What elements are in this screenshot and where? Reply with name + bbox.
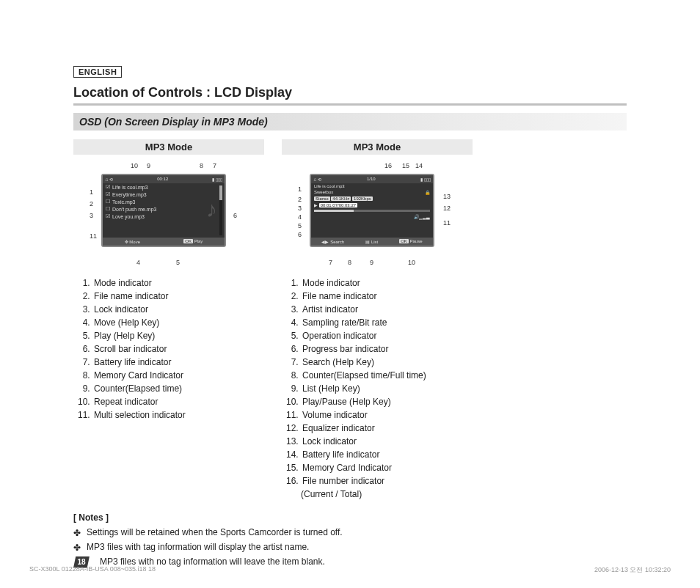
battery-icon: ▮ ▯▯▯ — [420, 177, 431, 182]
time-counter: 00:01:07/00:03:27 — [319, 203, 357, 207]
right-column: MP3 Mode 1 2 3 4 5 6 16 15 14 13 12 11 7… — [282, 139, 473, 501]
footer: SC-X300L 01228A-IB-USA 008~035.i18 18 20… — [29, 565, 671, 575]
right-item: Battery life indicator — [301, 448, 473, 461]
bitrate-chip: 192Kbps — [352, 196, 373, 201]
right-item: Volume indicator — [301, 408, 473, 422]
left-item: Battery life indicator — [92, 356, 264, 369]
file-number: 1/10 — [367, 177, 376, 182]
right-callout-2: 2 — [298, 196, 302, 203]
help-list: ▤ List — [365, 239, 378, 244]
note-text: MP3 files with tag information will disp… — [87, 542, 309, 552]
right-item: Operation indicator — [301, 329, 473, 342]
left-item: Mode indicator — [92, 276, 264, 290]
left-callout-6: 6 — [233, 212, 237, 219]
left-column: MP3 Mode 1 2 3 11 10 9 8 7 6 4 5 ♫ ⟲ 00:… — [73, 139, 264, 422]
footer-left: SC-X300L 01228A-IB-USA 008~035.i18 18 — [29, 565, 156, 575]
right-item: List (Help Key) — [301, 382, 473, 395]
stereo-chip: Stereo — [314, 196, 330, 201]
left-item: Repeat indicator — [92, 395, 264, 408]
right-item: Search (Help Key) — [301, 356, 473, 369]
progress-fill — [314, 210, 354, 212]
right-callout-9: 9 — [370, 259, 373, 266]
right-item: Play/Pause (Help Key) — [301, 395, 473, 408]
right-callout-10: 10 — [408, 259, 415, 266]
check-icon: ☐ — [106, 199, 110, 205]
right-callout-11: 11 — [443, 219, 451, 227]
right-callout-15: 15 — [402, 162, 409, 169]
rate-chip: 44.1KHz — [331, 196, 351, 201]
left-callout-5: 5 — [176, 259, 180, 266]
left-item: Scroll bar indicator — [92, 342, 264, 356]
left-callout-8: 8 — [200, 162, 203, 169]
page-title: Location of Controls : LCD Display — [73, 85, 627, 100]
left-item: Move (Help Key) — [92, 316, 264, 329]
right-callout-6: 6 — [298, 231, 302, 238]
right-item: File number indicator — [301, 474, 473, 488]
help-pause: OK Pause — [399, 239, 422, 244]
battery-icon: ▮ ▯▯▯ — [212, 177, 222, 182]
left-item: File name indicator — [92, 290, 264, 303]
right-item: Mode indicator — [301, 276, 473, 290]
check-icon: ☑ — [106, 191, 110, 197]
right-desc-list: Mode indicator File name indicator Artis… — [282, 276, 473, 488]
right-callout-16: 16 — [384, 162, 392, 169]
artist: Sweetbox — [314, 190, 333, 195]
file-row: Love you.mp3 — [112, 214, 145, 219]
help-play: OK Play — [183, 239, 203, 244]
left-item: Lock indicator — [92, 303, 264, 316]
left-callout-2: 2 — [90, 200, 93, 207]
right-item: Counter(Elapsed time/Full time) — [301, 369, 473, 382]
right-item: Artist indicator — [301, 303, 473, 316]
right-item16-sub: (Current / Total) — [282, 488, 473, 501]
left-callout-9: 9 — [147, 162, 150, 169]
left-callout-4: 4 — [136, 259, 140, 266]
right-callout-1: 1 — [298, 185, 302, 193]
left-device-wrapper: 1 2 3 11 10 9 8 7 6 4 5 ♫ ⟲ 00:12 ▮ ▯▯▯ … — [73, 159, 264, 269]
left-callout-10: 10 — [131, 162, 138, 169]
left-item: Multi selection indicator — [92, 408, 264, 422]
check-icon: ☑ — [106, 184, 110, 190]
left-callout-1: 1 — [90, 188, 93, 196]
help-search: ◀▶ Search — [321, 239, 344, 244]
check-icon: ☑ — [106, 213, 110, 219]
file-name: Life is cool.mp3 — [311, 183, 433, 189]
scrollbar-thumb — [219, 185, 222, 200]
right-lcd-device: ♫ ⟲ 1/10 ▮ ▯▯▯ Life is cool.mp3 Sweetbox… — [310, 174, 434, 247]
right-callout-8: 8 — [348, 259, 351, 266]
right-callout-3: 3 — [298, 205, 302, 212]
bullet-icon: ✤ — [73, 542, 81, 554]
left-lcd-device: ♫ ⟲ 00:12 ▮ ▯▯▯ ♪ ☑Life is cool.mp3 ☑Eve… — [101, 174, 226, 247]
file-row: Everytime.mp3 — [112, 192, 147, 197]
right-callout-13: 13 — [443, 193, 451, 200]
note-text: Settings will be retained when the Sport… — [87, 527, 343, 537]
left-desc-list: Mode indicator File name indicator Lock … — [73, 276, 264, 422]
right-item: File name indicator — [301, 290, 473, 303]
right-callout-4: 4 — [298, 213, 302, 221]
right-item: Lock indicator — [301, 435, 473, 448]
volume-icon: 🔊▁▂▃ — [311, 213, 433, 220]
left-callout-11: 11 — [90, 232, 97, 240]
notes-section: [ Notes ] ✤ Settings will be retained wh… — [73, 512, 627, 568]
left-mode-heading: MP3 Mode — [73, 139, 264, 155]
right-callout-14: 14 — [415, 162, 423, 169]
left-item: Memory Card Indicator — [92, 369, 264, 382]
file-row: Toxic.mp3 — [112, 199, 136, 205]
file-row: Life is cool.mp3 — [112, 185, 148, 190]
title-underline — [73, 103, 627, 106]
counter: 00:12 — [157, 177, 168, 182]
footer-right: 2006-12-13 오전 10:32:20 — [594, 565, 671, 575]
right-item: Memory Card Indicator — [301, 461, 473, 474]
left-item: Play (Help Key) — [92, 329, 264, 342]
right-mode-heading: MP3 Mode — [282, 139, 473, 155]
play-icon: ▶ — [314, 203, 319, 207]
right-device-wrapper: 1 2 3 4 5 6 16 15 14 13 12 11 7 8 9 10 ♫… — [282, 159, 473, 269]
left-item: Counter(Elapsed time) — [92, 382, 264, 395]
check-icon: ☐ — [106, 206, 110, 212]
left-callout-7: 7 — [213, 162, 216, 169]
right-item: Sampling rate/Bit rate — [301, 316, 473, 329]
music-icon: ♫ ⟲ — [313, 177, 321, 182]
big-note-icon: ♪ — [206, 197, 217, 222]
right-item: Equalizer indicator — [301, 422, 473, 435]
notes-title: [ Notes ] — [73, 512, 627, 523]
right-item: Progress bar indicator — [301, 342, 473, 356]
